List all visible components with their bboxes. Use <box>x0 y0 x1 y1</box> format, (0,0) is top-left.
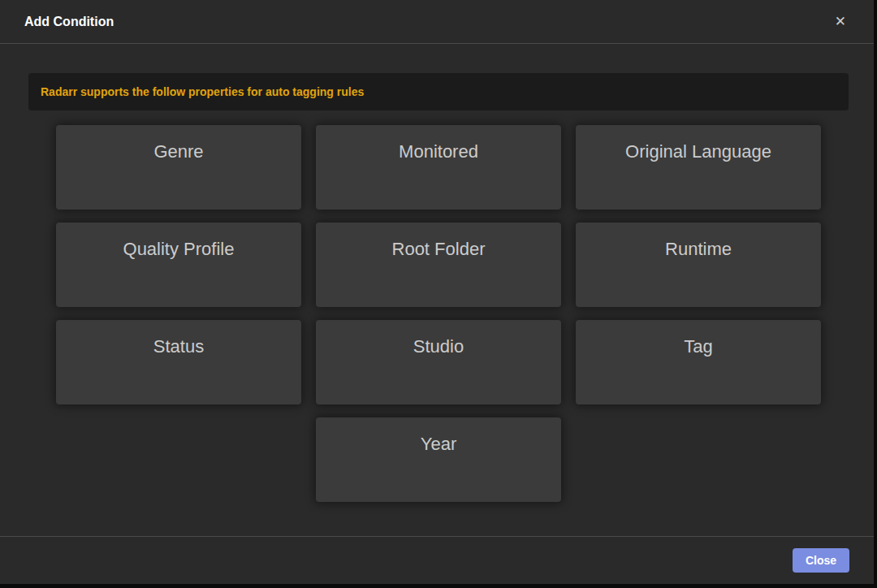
condition-card-studio[interactable]: Studio <box>316 320 561 404</box>
condition-card-genre[interactable]: Genre <box>56 125 301 210</box>
condition-card-label: Monitored <box>316 141 561 162</box>
add-condition-modal: Add Condition ✕ Radarr supports the foll… <box>0 0 874 584</box>
condition-card-label: Genre <box>56 141 301 162</box>
condition-card-tag[interactable]: Tag <box>576 320 821 404</box>
modal-title: Add Condition <box>24 15 114 29</box>
modal-body: Radarr supports the follow properties fo… <box>0 44 874 536</box>
condition-card-label: Studio <box>316 336 561 357</box>
close-button[interactable]: Close <box>793 548 849 573</box>
condition-card-label: Runtime <box>576 239 821 260</box>
condition-card-year[interactable]: Year <box>316 417 561 502</box>
condition-card-label: Status <box>56 336 301 357</box>
condition-card-root-folder[interactable]: Root Folder <box>316 223 561 307</box>
condition-card-status[interactable]: Status <box>56 320 301 404</box>
condition-card-grid: GenreMonitoredOriginal LanguageQuality P… <box>28 119 849 508</box>
condition-card-quality-profile[interactable]: Quality Profile <box>56 223 301 307</box>
condition-card-runtime[interactable]: Runtime <box>576 223 821 307</box>
close-icon[interactable]: ✕ <box>832 11 849 32</box>
warning-banner-text: Radarr supports the follow properties fo… <box>41 85 364 98</box>
condition-card-original-language[interactable]: Original Language <box>576 125 821 210</box>
condition-card-label: Original Language <box>576 141 821 162</box>
modal-footer: Close <box>0 536 874 584</box>
condition-card-label: Root Folder <box>316 239 561 260</box>
condition-card-label: Year <box>316 434 561 455</box>
condition-card-label: Tag <box>576 336 821 357</box>
modal-header: Add Condition ✕ <box>0 0 874 44</box>
warning-banner: Radarr supports the follow properties fo… <box>28 73 849 110</box>
condition-card-label: Quality Profile <box>56 239 301 260</box>
page-backdrop: Add Condition ✕ Radarr supports the foll… <box>0 0 877 588</box>
condition-card-monitored[interactable]: Monitored <box>316 125 561 210</box>
